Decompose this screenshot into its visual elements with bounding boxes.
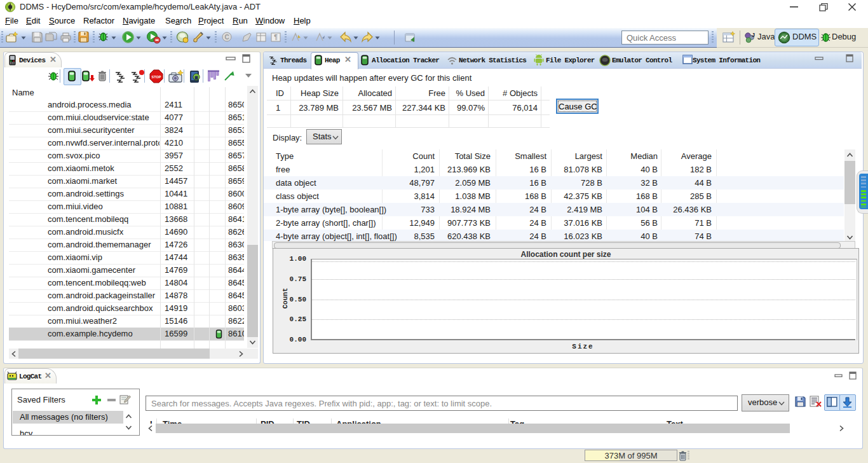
svg-text:J: J	[752, 32, 755, 38]
svg-text:STOP: STOP	[152, 75, 161, 79]
svg-text:C: C	[224, 34, 229, 41]
svg-text:¶: ¶	[274, 34, 278, 41]
